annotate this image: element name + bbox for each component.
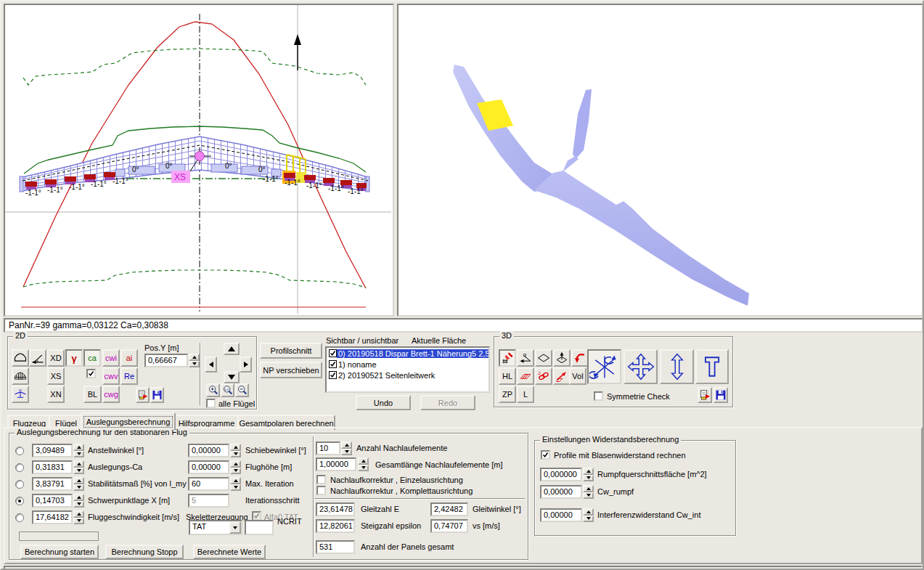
stabilitaetsmass-input[interactable]: 3,83791 xyxy=(32,477,73,491)
tab-auslegungsberechnung[interactable]: Auslegungsberechnung xyxy=(81,412,176,430)
np-verschieben-button[interactable]: NP verschieben xyxy=(260,362,322,378)
build-3d-button[interactable] xyxy=(695,349,729,384)
posy-input[interactable]: 0,66667 xyxy=(144,354,188,367)
print-2d-button[interactable] xyxy=(136,387,150,403)
panel-shade-button[interactable] xyxy=(517,367,534,385)
surface-list-item[interactable]: 0) 20190518 Dispar Brett-1 Näherung5 2,5… xyxy=(327,348,488,359)
xn-button[interactable]: XN xyxy=(47,386,65,403)
pan-left-button[interactable] xyxy=(205,357,217,372)
profilschnitt-button[interactable]: Profilschnitt xyxy=(260,343,322,359)
spin-down-button[interactable] xyxy=(230,451,241,458)
spin-down-button[interactable] xyxy=(189,361,200,368)
flughoehe-input[interactable]: 0,00000 xyxy=(188,460,229,474)
auslegungs-ca-input[interactable]: 0,31831 xyxy=(32,460,73,474)
cw-rumpf-spinner[interactable] xyxy=(583,485,594,499)
schwerpunktlage-input[interactable]: 0,14703 xyxy=(32,494,73,508)
gamma-button[interactable]: γ xyxy=(65,349,83,367)
radio-anstellwinkel[interactable] xyxy=(15,447,24,455)
spin-up-button[interactable] xyxy=(189,354,200,361)
ai-button[interactable]: ai xyxy=(120,349,138,367)
berechnung-stopp-button[interactable]: Berechnung Stopp xyxy=(105,545,184,559)
spin-down-button[interactable] xyxy=(73,501,84,508)
surface-list-item[interactable]: 1) noname xyxy=(327,359,488,370)
ca-button[interactable]: ca xyxy=(83,349,101,367)
spin-up-button[interactable] xyxy=(73,444,84,451)
cw-rumpf-input[interactable]: 0,00000 xyxy=(540,485,582,499)
radio-schwerpunktlage[interactable] xyxy=(15,497,24,505)
zoom-out-button[interactable] xyxy=(235,383,249,397)
spin-down-button[interactable] xyxy=(583,475,594,482)
spin-down-button[interactable] xyxy=(230,468,241,475)
spin-down-button[interactable] xyxy=(73,484,84,492)
spin-down-button[interactable] xyxy=(230,484,241,492)
max-iteration-input[interactable]: 60 xyxy=(188,477,229,491)
view3d-panel[interactable] xyxy=(397,4,923,317)
anstellwinkel-input[interactable]: 3,09489 xyxy=(32,444,73,457)
rumpfquerschnitt-spinner[interactable] xyxy=(583,468,594,481)
spin-up-button[interactable] xyxy=(73,510,84,518)
save-3d-button[interactable] xyxy=(714,387,728,403)
surface-visible-checkbox[interactable] xyxy=(329,371,337,379)
spin-up-button[interactable] xyxy=(583,485,594,492)
undo-button[interactable]: Undo xyxy=(356,395,411,410)
print-3d-button[interactable] xyxy=(698,387,712,403)
cwv-button[interactable]: cwv xyxy=(102,367,120,385)
anzahl-nachlauf-spinner[interactable] xyxy=(341,441,352,455)
posy-spinner[interactable] xyxy=(189,354,200,367)
link-button[interactable] xyxy=(535,367,552,385)
anzahl-nachlauf-input[interactable]: 10 xyxy=(316,441,340,455)
max-iteration-spinner[interactable] xyxy=(230,477,241,491)
scale-3d-button[interactable] xyxy=(660,349,694,384)
spin-down-button[interactable] xyxy=(73,468,84,475)
spin-up-button[interactable] xyxy=(73,460,84,468)
paint-panels-button[interactable] xyxy=(499,349,516,367)
redo-button[interactable]: Redo xyxy=(420,395,475,410)
re-button[interactable]: Re xyxy=(120,367,138,385)
symmetrie-check-checkbox[interactable] xyxy=(594,391,603,401)
skelett-dropdown[interactable]: TAT xyxy=(189,520,242,535)
reset-view-button[interactable] xyxy=(571,349,589,367)
nachlauf-komplett-checkbox[interactable] xyxy=(316,486,326,495)
rumpfquerschnitt-input[interactable]: 0,000000 xyxy=(540,468,582,481)
dropdown-button[interactable] xyxy=(229,521,241,534)
planform-view-button[interactable] xyxy=(12,349,29,367)
move-3d-button[interactable] xyxy=(624,349,658,384)
nachlauf-einzel-checkbox[interactable] xyxy=(316,475,326,484)
cw-int-input[interactable]: 0,00000 xyxy=(540,508,582,522)
spin-up-button[interactable] xyxy=(230,477,241,484)
pan-up-button[interactable] xyxy=(224,343,240,355)
xd-button[interactable]: XD xyxy=(47,349,65,367)
berechnete-werte-button[interactable]: Berechnete Werte xyxy=(193,545,266,559)
spin-down-button[interactable] xyxy=(358,465,369,472)
front-view-button[interactable] xyxy=(12,386,29,403)
zp-button[interactable]: ZP xyxy=(499,386,516,403)
plane-view-button[interactable] xyxy=(535,349,552,367)
spin-up-button[interactable] xyxy=(341,441,352,449)
spin-down-button[interactable] xyxy=(583,492,594,500)
spin-up-button[interactable] xyxy=(583,468,594,475)
radio-auslegungs-ca[interactable] xyxy=(15,463,24,472)
save-2d-button[interactable] xyxy=(150,387,164,403)
cw-int-spinner[interactable] xyxy=(583,508,594,522)
hl-button[interactable]: HL xyxy=(499,367,516,385)
xs-button[interactable]: XS xyxy=(47,367,65,385)
bl-button[interactable]: BL xyxy=(83,386,102,403)
cg-marker[interactable] xyxy=(195,152,205,161)
flughoehe-spinner[interactable] xyxy=(230,460,241,474)
zoom-reset-button[interactable]: 1:1 xyxy=(221,383,234,397)
pan-right-button[interactable] xyxy=(240,357,252,372)
auslegungs-ca-spinner[interactable] xyxy=(73,460,84,474)
fluggeschwindigkeit-input[interactable]: 17,64182 xyxy=(32,510,73,524)
cwg-button[interactable]: cwg xyxy=(102,386,120,403)
gesamtlaenge-spinner[interactable] xyxy=(358,457,369,471)
spin-down-button[interactable] xyxy=(341,449,352,456)
spin-up-button[interactable] xyxy=(583,508,594,516)
planform-plot-panel[interactable]: 0° 0° 0° 0° -1-1° -1-1° -1-1° -1-1° -1-1… xyxy=(4,4,394,317)
berechnung-starten-button[interactable]: Berechnung starten xyxy=(20,545,99,559)
rotate-3d-button[interactable] xyxy=(587,349,621,384)
ncrit-input[interactable] xyxy=(245,520,274,535)
pan-down-button[interactable] xyxy=(224,371,240,383)
gesamtlaenge-input[interactable]: 1,00000 xyxy=(316,457,356,471)
mesh-view-button[interactable] xyxy=(12,367,29,385)
spin-down-button[interactable] xyxy=(73,451,84,458)
